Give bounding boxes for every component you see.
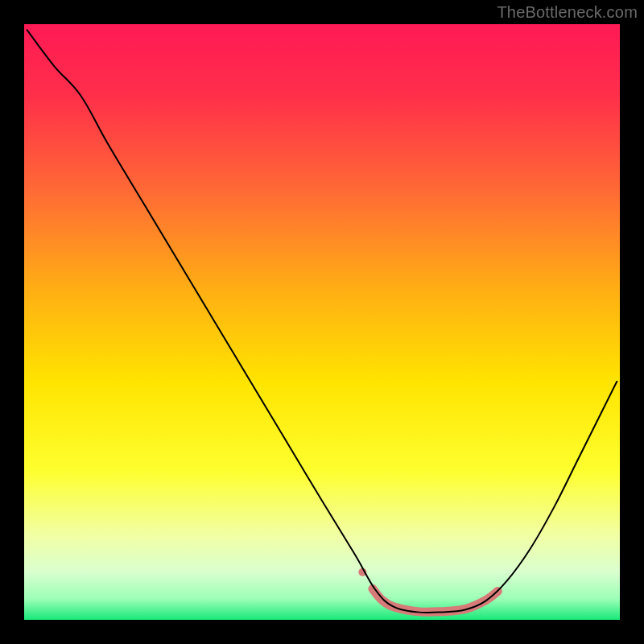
plot-background — [24, 24, 620, 620]
chart-container: TheBottleneck.com — [0, 0, 644, 644]
bottleneck-chart — [0, 0, 644, 644]
watermark-text: TheBottleneck.com — [497, 3, 638, 22]
